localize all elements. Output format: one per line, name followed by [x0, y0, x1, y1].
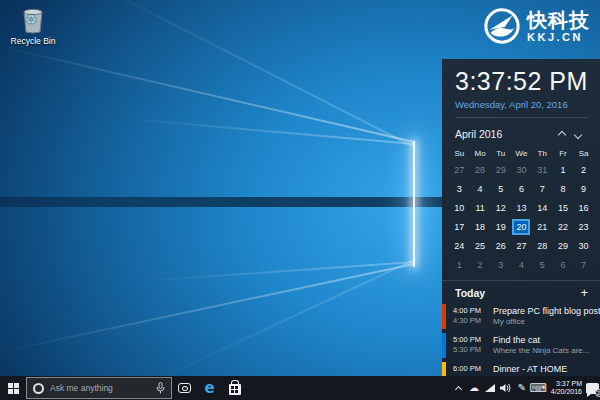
recycle-bin-label: Recycle Bin [6, 36, 60, 46]
calendar-day[interactable]: 8 [553, 180, 574, 199]
calendar-day[interactable]: 4 [511, 256, 532, 275]
calendar-day[interactable]: 17 [449, 218, 470, 237]
keyboard-icon: ⌨ [529, 382, 546, 394]
task-view-button[interactable] [172, 376, 197, 400]
calendar-day[interactable]: 25 [470, 237, 491, 256]
calendar-day[interactable]: 18 [470, 218, 491, 237]
calendar-day-header: Sa [573, 146, 594, 161]
calendar-day-header: Su [449, 146, 470, 161]
calendar-day-header: Fr [553, 146, 574, 161]
clock-calendar-flyout: 3:37:52 PM Wednesday, April 20, 2016 Apr… [442, 59, 600, 376]
event-color-bar [442, 333, 446, 358]
calendar-day[interactable]: 16 [573, 199, 594, 218]
calendar-day[interactable]: 31 [532, 161, 553, 180]
calendar-day[interactable]: 15 [553, 199, 574, 218]
calendar-day[interactable]: 27 [511, 237, 532, 256]
calendar-day-header: Th [532, 146, 553, 161]
agenda-event[interactable]: 4:00 PM4:30 PMPrepare PC flight blog pos… [442, 303, 600, 330]
recycle-bin-shortcut[interactable]: ♻ Recycle Bin [6, 6, 60, 46]
agenda-event[interactable]: 5:00 PM5:30 PMFind the catWhere the Ninj… [442, 332, 600, 359]
site-logo-cn: 快科技 [527, 10, 590, 30]
calendar-month-label[interactable]: April 2016 [455, 128, 502, 140]
calendar-day[interactable]: 29 [490, 161, 511, 180]
pen-icon: ✎ [518, 383, 526, 393]
notification-icon: 2 [586, 383, 599, 394]
wallpaper-window-edge-glow [413, 141, 415, 267]
calendar-day[interactable]: 19 [490, 218, 511, 237]
network-tray-button[interactable] [482, 384, 498, 392]
calendar-day[interactable]: 12 [490, 199, 511, 218]
calendar-grid: SuMoTuWeThFrSa27282930311234567891011121… [442, 142, 600, 275]
edge-browser-button[interactable]: e [197, 376, 222, 400]
action-center-button[interactable]: 2 [584, 383, 600, 394]
calendar-day[interactable]: 11 [470, 199, 491, 218]
store-button[interactable] [222, 376, 247, 400]
calendar-day[interactable]: 3 [490, 256, 511, 275]
calendar-day[interactable]: 5 [532, 256, 553, 275]
wallpaper-window-bar [0, 197, 444, 207]
calendar-day[interactable]: 24 [449, 237, 470, 256]
calendar-day[interactable]: 1 [553, 161, 574, 180]
calendar-day[interactable]: 10 [449, 199, 470, 218]
start-button[interactable] [0, 376, 26, 400]
tray-expand-button[interactable] [450, 385, 466, 392]
windows-ink-button[interactable]: ✎ [514, 383, 530, 393]
calendar-day[interactable]: 26 [490, 237, 511, 256]
event-text: Find the catWhere the Ninja Cats are... [493, 335, 596, 356]
event-times: 4:00 PM4:30 PM [453, 306, 493, 327]
agenda-header: Today + [442, 281, 600, 303]
calendar-day[interactable]: 5 [490, 180, 511, 199]
add-event-button[interactable]: + [580, 288, 588, 298]
calendar-day[interactable]: 7 [573, 256, 594, 275]
calendar-day[interactable]: 9 [573, 180, 594, 199]
chevron-down-icon [574, 131, 582, 139]
chevron-up-icon [454, 385, 461, 392]
wallpaper-light-beam [0, 44, 414, 143]
calendar-day[interactable]: 21 [532, 218, 553, 237]
calendar-day[interactable]: 13 [511, 199, 532, 218]
calendar-day[interactable]: 29 [553, 237, 574, 256]
calendar-day[interactable]: 23 [573, 218, 594, 237]
calendar-next-month-button[interactable] [570, 126, 586, 142]
tray-clock-button[interactable]: 3:37 PM 4/20/2016 [546, 380, 584, 396]
event-times: 5:00 PM5:30 PM [453, 335, 493, 356]
calendar-day[interactable]: 14 [532, 199, 553, 218]
calendar-day[interactable]: 27 [449, 161, 470, 180]
event-text: Prepare PC flight blog postMy office [493, 306, 600, 327]
clock-section: 3:37:52 PM Wednesday, April 20, 2016 [442, 59, 600, 118]
agenda-today-label: Today [455, 287, 580, 299]
volume-tray-button[interactable] [498, 383, 514, 393]
calendar-day[interactable]: 28 [532, 237, 553, 256]
microphone-icon[interactable] [156, 382, 165, 394]
chevron-up-icon [558, 131, 566, 139]
calendar-day[interactable]: 6 [511, 180, 532, 199]
notification-badge: 2 [595, 389, 600, 397]
current-date[interactable]: Wednesday, April 20, 2016 [455, 99, 588, 118]
calendar-header: April 2016 [442, 118, 600, 142]
onedrive-tray-button[interactable]: ☁ [466, 383, 482, 393]
calendar-day-selected[interactable]: 20 [511, 218, 532, 237]
search-placeholder: Ask me anything [50, 383, 150, 393]
recycle-bin-icon: ♻ [20, 6, 46, 34]
site-logo-en: KKJ.CN [527, 32, 590, 43]
calendar-day[interactable]: 3 [449, 180, 470, 199]
calendar-prev-month-button[interactable] [554, 126, 570, 142]
system-tray: ☁ ✎ ⌨ 3:37 PM 4/20/2016 2 [450, 376, 600, 400]
cortana-search-box[interactable]: Ask me anything [26, 377, 172, 399]
tray-time: 3:37 PM [546, 380, 582, 388]
calendar-day[interactable]: 2 [573, 161, 594, 180]
current-time: 3:37:52 PM [455, 67, 588, 96]
calendar-day[interactable]: 7 [532, 180, 553, 199]
calendar-day[interactable]: 6 [553, 256, 574, 275]
touch-keyboard-button[interactable]: ⌨ [530, 382, 546, 394]
calendar-day[interactable]: 22 [553, 218, 574, 237]
cloud-icon: ☁ [469, 383, 479, 393]
calendar-day[interactable]: 28 [470, 161, 491, 180]
calendar-day[interactable]: 2 [470, 256, 491, 275]
calendar-day[interactable]: 4 [470, 180, 491, 199]
windows-logo-icon [8, 383, 19, 394]
calendar-day[interactable]: 30 [511, 161, 532, 180]
calendar-day-header: Tu [490, 146, 511, 161]
calendar-day[interactable]: 1 [449, 256, 470, 275]
calendar-day[interactable]: 30 [573, 237, 594, 256]
